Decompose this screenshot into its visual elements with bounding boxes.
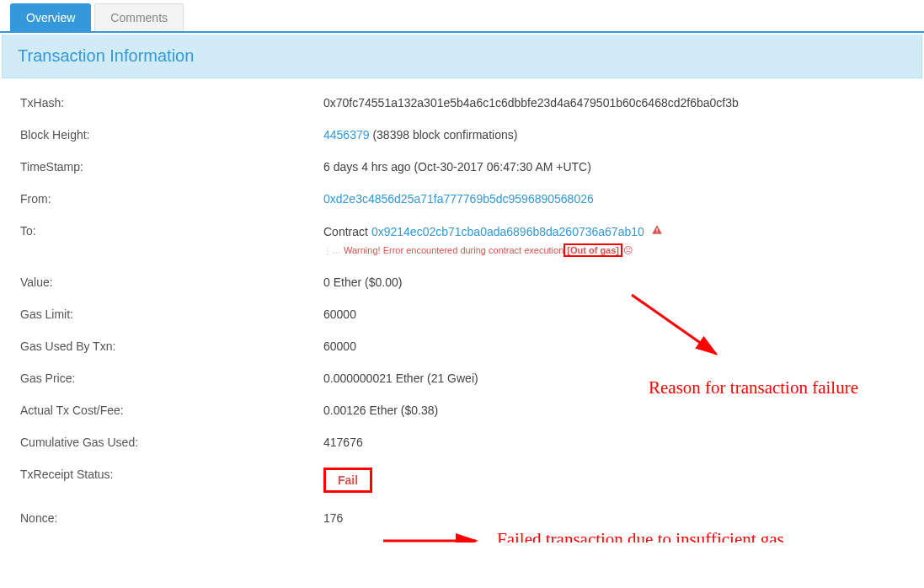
row-receipt: TxReceipt Status: Fail	[20, 458, 912, 502]
to-label: To:	[20, 224, 323, 238]
timestamp-label: TimeStamp:	[20, 160, 323, 174]
transaction-page: Overview Comments Transaction Informatio…	[0, 0, 924, 543]
out-of-gas-callout: [Out of gas]	[563, 243, 622, 257]
row-gasused: Gas Used By Txn: 60000	[20, 330, 912, 362]
from-value: 0xd2e3c4856d25a71fa777769b5dc95968905680…	[323, 192, 912, 206]
value-value: 0 Ether ($0.00)	[323, 275, 912, 289]
frown-icon: ☹	[623, 245, 633, 256]
txhash-label: TxHash:	[20, 96, 323, 110]
row-blockheight: Block Height: 4456379 (38398 block confi…	[20, 119, 912, 151]
row-to: To: Contract 0x9214ec02cb71cba0ada6896b8…	[20, 215, 912, 266]
tab-comments[interactable]: Comments	[94, 3, 184, 31]
tree-prefix-icon: ⋮…	[323, 246, 340, 255]
panel-body: TxHash: 0x70fc74551a132a301e5b4a6c1c6dbb…	[0, 78, 924, 543]
row-value: Value: 0 Ether ($0.00)	[20, 266, 912, 298]
svg-rect-1	[656, 232, 657, 233]
svg-rect-0	[656, 228, 657, 232]
gaslimit-value: 60000	[323, 307, 912, 321]
cumgas-label: Cumulative Gas Used:	[20, 436, 323, 449]
row-timestamp: TimeStamp: 6 days 4 hrs ago (Oct-30-2017…	[20, 151, 912, 183]
gasprice-label: Gas Price:	[20, 372, 323, 385]
cumgas-value: 417676	[323, 436, 912, 449]
to-contract-prefix: Contract	[323, 225, 368, 238]
to-contract-link[interactable]: 0x9214ec02cb71cba0ada6896b8da260736a67ab…	[371, 225, 644, 238]
txhash-value: 0x70fc74551a132a301e5b4a6c1c6dbbfe23d4a6…	[323, 96, 912, 110]
tab-bar: Overview Comments	[0, 0, 924, 33]
error-line: ⋮… Warning! Error encountered during con…	[323, 243, 912, 257]
blockheight-confirm: (38398 block confirmations)	[370, 128, 518, 142]
row-gasprice: Gas Price: 0.000000021 Ether (21 Gwei)	[20, 362, 912, 394]
gasprice-value: 0.000000021 Ether (21 Gwei)	[323, 372, 912, 385]
gasused-label: Gas Used By Txn:	[20, 339, 323, 353]
row-txhash: TxHash: 0x70fc74551a132a301e5b4a6c1c6dbb…	[20, 87, 912, 119]
receipt-label: TxReceipt Status:	[20, 468, 323, 481]
gasused-value: 60000	[323, 339, 912, 353]
blockheight-value: 4456379 (38398 block confirmations)	[323, 128, 912, 142]
from-label: From:	[20, 192, 323, 206]
nonce-value: 176	[323, 511, 912, 525]
row-cost: Actual Tx Cost/Fee: 0.00126 Ether ($0.38…	[20, 394, 912, 426]
gaslimit-label: Gas Limit:	[20, 307, 323, 321]
error-text: Warning! Error encountered during contra…	[344, 245, 563, 255]
row-cumgas: Cumulative Gas Used: 417676	[20, 426, 912, 458]
to-value: Contract 0x9214ec02cb71cba0ada6896b8da26…	[323, 224, 912, 257]
fail-status-callout: Fail	[323, 468, 372, 493]
row-gaslimit: Gas Limit: 60000	[20, 298, 912, 330]
cost-label: Actual Tx Cost/Fee:	[20, 404, 323, 417]
tab-overview[interactable]: Overview	[10, 3, 91, 31]
blockheight-link[interactable]: 4456379	[323, 128, 370, 142]
value-label: Value:	[20, 275, 323, 289]
panel-title: Transaction Information	[2, 35, 922, 78]
cost-value: 0.00126 Ether ($0.38)	[323, 404, 912, 417]
blockheight-label: Block Height:	[20, 128, 323, 142]
timestamp-value: 6 days 4 hrs ago (Oct-30-2017 06:47:30 A…	[323, 160, 912, 174]
nonce-label: Nonce:	[20, 511, 323, 525]
warning-icon	[651, 224, 663, 238]
from-link[interactable]: 0xd2e3c4856d25a71fa777769b5dc95968905680…	[323, 192, 594, 206]
row-nonce: Nonce: 176	[20, 502, 912, 534]
row-from: From: 0xd2e3c4856d25a71fa777769b5dc95968…	[20, 183, 912, 215]
receipt-value: Fail	[323, 468, 912, 493]
